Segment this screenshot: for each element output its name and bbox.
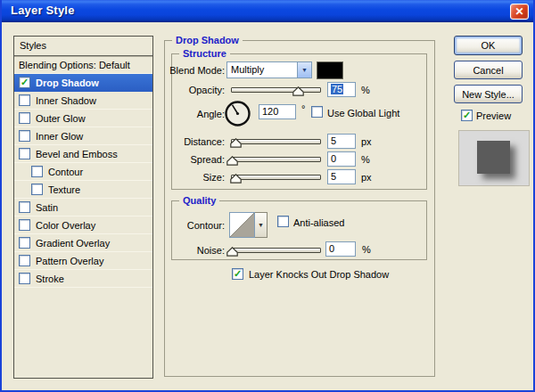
sidebar-item-contour[interactable]: Contour (14, 163, 152, 181)
sidebar-item-drop-shadow[interactable]: ✓ Drop Shadow (14, 74, 152, 92)
contour-thumbnail[interactable] (229, 212, 255, 238)
blend-mode-select[interactable]: Multiply ▼ (226, 61, 312, 78)
sidebar-item-color-overlay[interactable]: Color Overlay (14, 216, 152, 234)
sidebar-item-label: Texture (48, 184, 80, 195)
distance-input[interactable]: 5 (327, 134, 356, 149)
chevron-down-icon: ▼ (258, 222, 264, 228)
opacity-value: 75 (331, 84, 343, 94)
use-global-light-checkbox[interactable] (311, 106, 323, 118)
sidebar-item-pattern-overlay[interactable]: Pattern Overlay (14, 252, 152, 270)
spread-slider-track[interactable] (231, 157, 321, 162)
pattern-overlay-checkbox[interactable] (19, 255, 30, 266)
gradient-overlay-checkbox[interactable] (19, 237, 30, 249)
sidebar-item-satin[interactable]: Satin (14, 199, 152, 216)
close-button[interactable]: ✕ (510, 4, 529, 20)
opacity-slider-thumb[interactable] (292, 86, 304, 96)
use-global-light-label: Use Global Light (327, 108, 399, 118)
shadow-color-swatch[interactable] (317, 61, 343, 79)
distance-label: Distance: (164, 136, 225, 147)
sidebar-item-label: Drop Shadow (36, 78, 99, 88)
chevron-down-icon[interactable]: ▼ (297, 62, 311, 78)
distance-unit: px (361, 136, 372, 147)
size-value: 5 (331, 171, 336, 182)
window-title: Layer Style (11, 4, 75, 17)
cancel-button[interactable]: Cancel (454, 61, 523, 79)
sidebar-item-label: Gradient Overlay (36, 238, 110, 249)
sidebar-item-texture[interactable]: Texture (14, 181, 152, 199)
sidebar-item-label: Satin (36, 202, 58, 213)
spread-value: 0 (331, 153, 336, 164)
close-icon: ✕ (514, 5, 523, 18)
opacity-slider-track[interactable] (231, 87, 321, 93)
anti-aliased-label: Anti-aliased (293, 217, 344, 228)
size-slider-track[interactable] (231, 175, 321, 180)
check-icon: ✓ (463, 110, 471, 120)
size-unit: px (361, 172, 372, 183)
preview-checkbox[interactable]: ✓ (461, 110, 473, 121)
layer-knocks-out-checkbox[interactable]: ✓ (232, 268, 243, 280)
new-style-button[interactable]: New Style... (454, 85, 523, 103)
sidebar-item-gradient-overlay[interactable]: Gradient Overlay (14, 234, 152, 252)
noise-slider-thumb[interactable] (226, 247, 238, 257)
satin-checkbox[interactable] (19, 201, 30, 213)
angle-unit: ° (301, 103, 305, 114)
angle-value: 120 (262, 106, 278, 117)
sidebar-item-label: Outer Glow (36, 113, 86, 124)
layer-knocks-out-label: Layer Knocks Out Drop Shadow (249, 269, 389, 280)
style-preview-thumbnail (458, 130, 530, 186)
blend-mode-label: Blend Mode: (164, 65, 225, 76)
angle-label: Angle: (164, 109, 225, 119)
sidebar-item-bevel-and-emboss[interactable]: Bevel and Emboss (14, 145, 152, 163)
noise-slider-track[interactable] (231, 248, 321, 253)
spread-slider-thumb[interactable] (226, 156, 238, 166)
inner-shadow-checkbox[interactable] (19, 94, 30, 106)
sidebar-item-label: Inner Shadow (36, 95, 96, 106)
opacity-label: Opacity: (164, 85, 225, 95)
distance-value: 5 (331, 135, 336, 146)
texture-checkbox[interactable] (31, 184, 43, 195)
spread-input[interactable]: 0 (327, 151, 356, 167)
contour-picker-arrow[interactable]: ▼ (255, 212, 268, 238)
distance-slider-track[interactable] (231, 139, 321, 144)
sidebar-item-inner-shadow[interactable]: Inner Shadow (14, 92, 152, 110)
opacity-unit: % (361, 85, 370, 95)
title-bar[interactable]: Layer Style ✕ (2, 0, 533, 22)
sidebar-item-label: Inner Glow (36, 131, 83, 142)
size-input[interactable]: 5 (327, 169, 356, 184)
color-overlay-checkbox[interactable] (19, 219, 30, 231)
quality-group-title: Quality (179, 195, 219, 206)
preview-shadow-square (477, 141, 510, 174)
sidebar-item-blending-options[interactable]: Blending Options: Default (14, 56, 152, 74)
drop-shadow-group-title: Drop Shadow (172, 35, 243, 45)
structure-group-title: Structure (179, 48, 230, 59)
drop-shadow-checkbox[interactable]: ✓ (19, 77, 30, 88)
sidebar-item-label: Color Overlay (36, 220, 95, 231)
sidebar-item-label: Stroke (36, 274, 64, 284)
sidebar-item-label: Contour (48, 167, 83, 177)
sidebar-item-outer-glow[interactable]: Outer Glow (14, 110, 152, 127)
outer-glow-checkbox[interactable] (19, 112, 30, 124)
sidebar-item-label: Bevel and Emboss (36, 149, 118, 159)
angle-input[interactable]: 120 (259, 104, 296, 119)
angle-dial[interactable] (224, 100, 251, 127)
check-icon: ✓ (21, 78, 29, 87)
anti-aliased-checkbox[interactable] (277, 216, 289, 227)
contour-checkbox[interactable] (31, 166, 43, 177)
check-icon: ✓ (234, 269, 242, 279)
size-label: Size: (164, 172, 225, 183)
opacity-input[interactable]: 75 (327, 82, 356, 97)
contour-label: Contour: (164, 220, 225, 231)
inner-glow-checkbox[interactable] (19, 130, 30, 142)
noise-label: Noise: (164, 245, 225, 256)
bevel-emboss-checkbox[interactable] (19, 148, 30, 159)
stroke-checkbox[interactable] (19, 273, 30, 284)
ok-button[interactable]: OK (454, 36, 523, 55)
noise-input[interactable]: 0 (325, 241, 356, 257)
sidebar-item-inner-glow[interactable]: Inner Glow (14, 127, 152, 145)
size-slider-thumb[interactable] (230, 174, 242, 184)
blend-mode-value: Multiply (231, 64, 264, 75)
sidebar-item-label: Blending Options: Default (19, 60, 130, 70)
sidebar-item-stroke[interactable]: Stroke (14, 270, 152, 288)
sidebar-item-label: Pattern Overlay (36, 256, 103, 266)
distance-slider-thumb[interactable] (230, 138, 242, 148)
